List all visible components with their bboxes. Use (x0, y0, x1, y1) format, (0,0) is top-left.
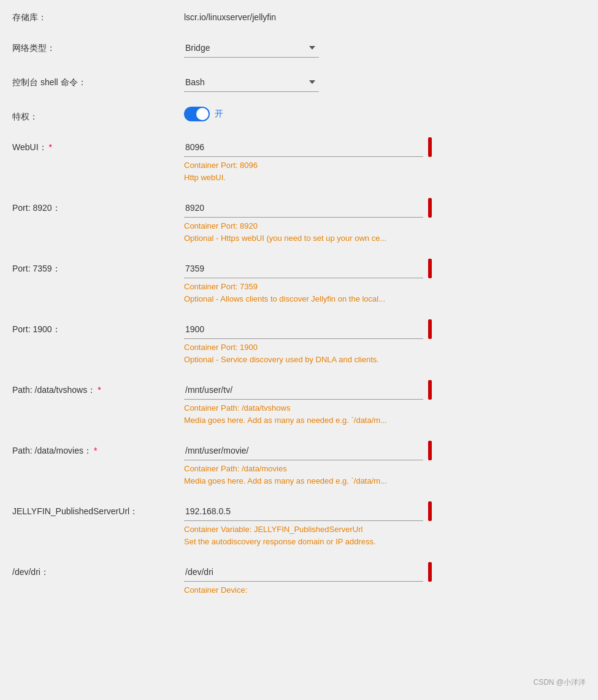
privileged-value-col: 开 (184, 107, 586, 121)
dev-dri-value-col: Container Device: (184, 562, 586, 596)
port-8920-value-col: Container Port: 8920 Optional - Https we… (184, 198, 586, 244)
path-movies-input[interactable] (184, 441, 423, 460)
webui-row: WebUI：* Container Port: 8096 Http webUI. (0, 130, 598, 191)
path-movies-label: Path: /data/movies：* (12, 441, 184, 457)
jellyfin-url-value-col: Container Variable: JELLYFIN_PublishedSe… (184, 501, 586, 547)
dev-dri-hint: Container Device: (184, 584, 586, 596)
jellyfin-url-hint: Container Variable: JELLYFIN_PublishedSe… (184, 523, 586, 547)
network-type-row: 网络类型： Bridge Host None (0, 31, 598, 65)
path-tvshows-input-row (184, 380, 586, 400)
port-8920-indicator (428, 198, 432, 218)
toggle-slider (184, 107, 210, 121)
port-8920-hint: Container Port: 8920 Optional - Https we… (184, 220, 586, 244)
port-1900-hint: Container Port: 1900 Optional - Service … (184, 341, 586, 365)
port-7359-indicator (428, 259, 432, 278)
port-7359-hint: Container Port: 7359 Optional - Allows c… (184, 281, 586, 305)
webui-hint: Container Port: 8096 Http webUI. (184, 159, 586, 183)
path-movies-indicator (428, 441, 432, 460)
shell-select[interactable]: Bash sh zsh (184, 72, 319, 92)
port-8920-input-row (184, 198, 586, 218)
storage-row: 存储库： lscr.io/linuxserver/jellyfin (0, 0, 598, 31)
dev-dri-input[interactable] (184, 562, 423, 582)
port-1900-input[interactable] (184, 319, 423, 339)
webui-value-col: Container Port: 8096 Http webUI. (184, 137, 586, 183)
webui-label: WebUI：* (12, 137, 184, 153)
path-movies-value-col: Container Path: /data/movies Media goes … (184, 441, 586, 487)
port-1900-indicator (428, 319, 432, 339)
dev-dri-label: /dev/dri： (12, 562, 184, 578)
jellyfin-url-input-row (184, 501, 586, 521)
network-type-label: 网络类型： (12, 38, 184, 54)
jellyfin-url-input[interactable] (184, 501, 423, 521)
storage-value-col: lscr.io/linuxserver/jellyfin (184, 7, 586, 22)
dev-dri-input-row (184, 562, 586, 582)
port-7359-row: Port: 7359： Container Port: 7359 Optiona… (0, 251, 598, 312)
port-7359-value-col: Container Port: 7359 Optional - Allows c… (184, 259, 586, 305)
storage-label: 存储库： (12, 7, 184, 23)
toggle-row: 开 (184, 107, 586, 121)
path-movies-hint: Container Path: /data/movies Media goes … (184, 463, 586, 487)
privileged-label: 特权： (12, 107, 184, 123)
page-container: 存储库： lscr.io/linuxserver/jellyfin 网络类型： … (0, 0, 598, 700)
path-tvshows-row: Path: /data/tvshows：* Container Path: /d… (0, 373, 598, 433)
webui-input[interactable] (184, 137, 423, 157)
form-section: 存储库： lscr.io/linuxserver/jellyfin 网络类型： … (0, 0, 598, 604)
path-tvshows-input[interactable] (184, 380, 423, 400)
jellyfin-url-row: JELLYFIN_PublishedServerUrl： Container V… (0, 494, 598, 555)
path-tvshows-indicator (428, 380, 432, 400)
port-8920-row: Port: 8920： Container Port: 8920 Optiona… (0, 191, 598, 251)
watermark: CSDN @小洋洋 (533, 677, 586, 688)
network-type-value-col: Bridge Host None (184, 38, 586, 58)
path-tvshows-hint: Container Path: /data/tvshows Media goes… (184, 402, 586, 426)
network-type-select[interactable]: Bridge Host None (184, 38, 319, 58)
shell-label: 控制台 shell 命令： (12, 72, 184, 88)
jellyfin-url-indicator (428, 501, 432, 521)
port-8920-label: Port: 8920： (12, 198, 184, 214)
shell-row: 控制台 shell 命令： Bash sh zsh (0, 65, 598, 99)
jellyfin-url-label: JELLYFIN_PublishedServerUrl： (12, 501, 184, 517)
port-7359-input[interactable] (184, 259, 423, 278)
dev-dri-row: /dev/dri： Container Device: (0, 555, 598, 604)
path-movies-input-row (184, 441, 586, 460)
shell-select-wrapper: Bash sh zsh (184, 72, 319, 92)
path-movies-row: Path: /data/movies：* Container Path: /da… (0, 433, 598, 494)
port-7359-label: Port: 7359： (12, 259, 184, 275)
port-7359-input-row (184, 259, 586, 278)
webui-input-row (184, 137, 586, 157)
webui-required-indicator (428, 137, 432, 157)
dev-dri-indicator (428, 562, 432, 582)
port-1900-label: Port: 1900： (12, 319, 184, 335)
storage-value: lscr.io/linuxserver/jellyfin (184, 7, 586, 22)
path-tvshows-value-col: Container Path: /data/tvshows Media goes… (184, 380, 586, 426)
path-tvshows-label: Path: /data/tvshows：* (12, 380, 184, 396)
port-8920-input[interactable] (184, 198, 423, 218)
port-1900-value-col: Container Port: 1900 Optional - Service … (184, 319, 586, 365)
port-1900-row: Port: 1900： Container Port: 1900 Optiona… (0, 312, 598, 373)
privileged-toggle[interactable] (184, 107, 210, 121)
port-1900-input-row (184, 319, 586, 339)
shell-value-col: Bash sh zsh (184, 72, 586, 92)
toggle-on-label: 开 (215, 108, 223, 120)
network-type-select-wrapper: Bridge Host None (184, 38, 319, 58)
privileged-row: 特权： 开 (0, 99, 598, 130)
